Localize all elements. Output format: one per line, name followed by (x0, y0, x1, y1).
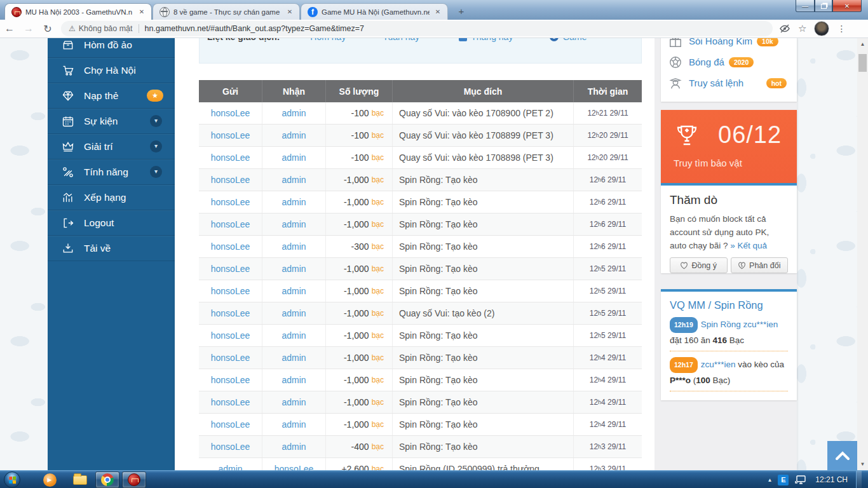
filter-link-game[interactable]: Game (550, 38, 587, 42)
sender-link[interactable]: honsoLee (211, 308, 250, 318)
sender-link[interactable]: honsoLee (211, 241, 250, 252)
agree-button[interactable]: Đồng ý (670, 257, 728, 273)
receiver-link[interactable]: admin (281, 219, 306, 229)
receiver-link[interactable]: admin (281, 130, 306, 140)
currency-label: bạc (372, 442, 384, 451)
disagree-button[interactable]: Phản đối (731, 257, 789, 273)
mu-game-task-button[interactable] (122, 471, 146, 488)
receiver-link[interactable]: admin (281, 442, 306, 452)
sidebar-item-tai-ve[interactable]: Tải về (48, 236, 175, 261)
security-label[interactable]: Không bảo mật (79, 24, 133, 33)
sender-link[interactable]: honsoLee (211, 397, 250, 407)
tray-expand-icon[interactable]: ▲ (767, 477, 772, 483)
spin-rong-title[interactable]: VQ MM / Spin Rồng (670, 299, 788, 311)
receiver-link[interactable]: admin (281, 152, 306, 163)
tab-close-icon[interactable]: ✕ (433, 8, 442, 17)
back-button[interactable]: ← (0, 23, 19, 34)
sender-link[interactable]: admin (218, 464, 242, 470)
sender-link[interactable]: honsoLee (211, 264, 250, 274)
receiver-link[interactable]: admin (281, 353, 306, 363)
tab-mu-hanoi[interactable]: MU Hà Nội 2003 - GamethuVN.n ✕ (4, 3, 152, 20)
game-link-soi-hoang-kim[interactable]: Sói Hoàng Kim 10k (668, 38, 789, 51)
player-link[interactable]: zcu***ien (701, 360, 736, 369)
sender-link[interactable]: honsoLee (211, 152, 250, 163)
time-cell: 12h4 29/11 (574, 369, 642, 391)
receiver-link[interactable]: admin (281, 419, 306, 430)
receiver-link[interactable]: admin (281, 108, 306, 118)
sidebar-item-xep-hang[interactable]: Xếp hạng (48, 185, 175, 210)
receiver-link[interactable]: admin (281, 286, 306, 296)
scrollbar-thumb[interactable] (858, 54, 867, 72)
sender-link[interactable]: honsoLee (211, 175, 250, 185)
receiver-link[interactable]: admin (281, 241, 306, 252)
scrollbar-up-arrow[interactable]: ▲ (857, 39, 868, 49)
tab-8-ve-game[interactable]: 8 về game - Thực sự chán game ✕ (153, 3, 300, 20)
scrollbar-down-arrow[interactable]: ▼ (857, 459, 868, 469)
address-divider (139, 24, 139, 33)
sender-link[interactable]: honsoLee (211, 219, 250, 229)
eye-blocked-icon[interactable] (779, 24, 790, 34)
sender-link[interactable]: honsoLee (211, 197, 250, 207)
close-button[interactable]: ✕ (832, 0, 862, 12)
receiver-link[interactable]: admin (281, 197, 306, 207)
network-icon[interactable] (794, 475, 807, 485)
file-explorer-button[interactable] (70, 471, 90, 488)
maximize-button[interactable] (815, 0, 832, 12)
address-bar[interactable]: ⚠ Không bảo mật hn.gamethuvn.net/#auth/B… (61, 21, 773, 36)
receiver-link[interactable]: admin (281, 375, 306, 385)
filter-link-today[interactable]: Hôm nay (310, 38, 346, 42)
player-link[interactable]: Spin Rồng zcu***ien (701, 320, 778, 329)
currency-label: bạc (372, 220, 384, 229)
sidebar-item-cho-ha-noi[interactable]: Chợ Hà Nội (48, 58, 175, 83)
sidebar-item-logout[interactable]: Logout (48, 210, 175, 236)
forward-button[interactable]: → (19, 23, 38, 34)
sender-link[interactable]: honsoLee (211, 375, 250, 385)
receiver-link[interactable]: admin (281, 330, 306, 341)
show-desktop-button[interactable] (856, 471, 862, 488)
currency-label: bạc (372, 109, 384, 118)
sidebar-item-su-kien[interactable]: Sự kiện ▾ (48, 109, 175, 134)
sender-link[interactable]: honsoLee (211, 442, 250, 452)
bookmark-star-icon[interactable]: ☆ (798, 23, 806, 34)
url-text[interactable]: hn.gamethuvn.net/#auth/Bank_out.asp?type… (145, 24, 364, 33)
scroll-to-top-button[interactable] (827, 441, 857, 470)
sender-link[interactable]: honsoLee (211, 130, 250, 140)
event-card[interactable]: 06/12 Truy tìm bảo vật (661, 110, 797, 183)
tab-close-icon[interactable]: ✕ (137, 8, 146, 17)
sender-link[interactable]: honsoLee (211, 330, 250, 341)
browser-menu-icon[interactable]: ⋮ (837, 24, 846, 34)
amount-cell: -1,000bạc (326, 214, 393, 235)
filter-link-month[interactable]: Tháng này (459, 38, 513, 42)
minimize-button[interactable]: — (796, 0, 815, 12)
sidebar-item-hom-do-ao[interactable]: Hòm đồ ảo (48, 38, 175, 58)
sidebar-item-tinh-nang[interactable]: Tính năng ▾ (48, 159, 175, 185)
table-header: Gửi Nhận Số lượng Mục đích Thời gian (199, 80, 642, 102)
sidebar-item-nap-the[interactable]: Nạp thẻ ★ (48, 83, 175, 109)
sender-link[interactable]: honsoLee (211, 353, 250, 363)
game-link-bong-da[interactable]: Bóng đá 2020 (668, 51, 789, 72)
input-language-icon[interactable]: E (778, 475, 789, 485)
time-cell: 12h5 29/11 (574, 325, 642, 346)
tab-close-icon[interactable]: ✕ (285, 8, 294, 17)
new-tab-button[interactable]: + (452, 6, 470, 17)
receiver-link[interactable]: admin (281, 175, 306, 185)
profile-avatar[interactable] (814, 21, 829, 36)
start-button[interactable] (4, 471, 20, 488)
media-player-button[interactable]: ▶ (39, 471, 60, 488)
tab-facebook[interactable]: f Game MU Hà Nội (Gamethuvn.ne ✕ (301, 3, 448, 20)
receiver-link[interactable]: admin (281, 308, 306, 318)
sidebar-item-giai-tri[interactable]: Giải trí ▾ (48, 134, 175, 159)
receiver-link[interactable]: honsoLee (275, 464, 314, 470)
filter-link-week[interactable]: Tuần này (383, 38, 419, 42)
taskbar-clock[interactable]: 12:21 CH (815, 475, 848, 484)
sender-link[interactable]: honsoLee (211, 419, 250, 430)
receiver-link[interactable]: admin (281, 264, 306, 274)
sender-link[interactable]: honsoLee (211, 108, 250, 118)
chrome-task-button[interactable] (95, 471, 119, 488)
receiver-link[interactable]: admin (281, 397, 306, 407)
poll-result-link[interactable]: » Kết quả (730, 241, 767, 250)
browser-scrollbar[interactable]: ▲ ▼ (857, 38, 868, 470)
sender-link[interactable]: honsoLee (211, 286, 250, 296)
game-link-truy-sat-lenh[interactable]: Truy sát lệnh hot (668, 72, 789, 93)
reload-button[interactable]: ↻ (38, 23, 57, 35)
